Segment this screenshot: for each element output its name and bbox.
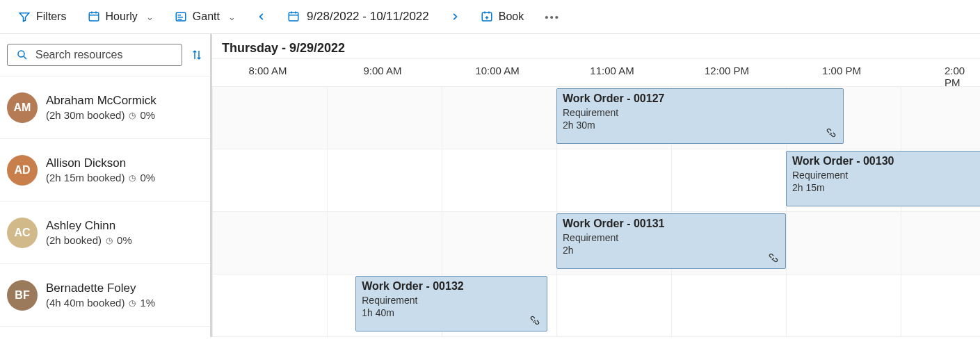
resource-row[interactable]: AMAbraham McCormick(2h 30m booked)◷0% <box>0 76 210 139</box>
time-slot-label: 10:00 AM <box>475 65 519 76</box>
clock-icon: ◷ <box>129 111 136 120</box>
svg-point-4 <box>18 51 24 57</box>
booking-duration: 2h 15m <box>792 181 980 194</box>
resource-sub: (2h 15m booked)◷0% <box>46 172 155 183</box>
booking-duration: 2h <box>563 244 780 256</box>
booking-requirement: Requirement <box>563 231 780 244</box>
time-slot-label: 1:00 PM <box>822 65 861 76</box>
search-input-container[interactable] <box>7 44 182 66</box>
clock-icon: ◷ <box>106 236 113 245</box>
booking[interactable]: Work Order - 00127Requirement2h 30m <box>556 88 844 144</box>
resource-name: Bernadette Foley <box>46 281 155 295</box>
filters-label: Filters <box>36 10 67 23</box>
clock-icon: ◷ <box>129 173 136 183</box>
time-slot-label: 9:00 AM <box>363 65 401 76</box>
gantt-dropdown[interactable]: Gantt ⌄ <box>168 6 243 27</box>
resource-name: Allison Dickson <box>46 156 155 170</box>
grid-row[interactable]: Work Order - 00127Requirement2h 30m <box>212 87 980 149</box>
booking-title: Work Order - 00127 <box>563 92 837 106</box>
resource-panel: AMAbraham McCormick(2h 30m booked)◷0%ADA… <box>0 34 212 337</box>
handshake-icon <box>825 126 837 139</box>
booking-title: Work Order - 00130 <box>792 154 980 169</box>
booking[interactable]: Work Order - 00131Requirement2h <box>556 213 786 269</box>
day-header: Thursday - 9/29/2022 <box>212 34 980 59</box>
svg-rect-0 <box>89 13 99 21</box>
handshake-icon <box>767 252 780 264</box>
more-menu[interactable]: ••• <box>538 8 567 26</box>
booking-duration: 2h 30m <box>563 119 837 131</box>
gantt-label: Gantt <box>193 10 220 23</box>
grid-row[interactable]: Work Order - 00132Requirement1h 40m <box>212 275 980 337</box>
grid-row[interactable]: Work Order - 00130Requirement2h 15m <box>212 149 980 212</box>
calendar-plus-icon <box>481 10 493 23</box>
next-date-button[interactable] <box>443 9 467 24</box>
gantt-icon <box>175 10 187 23</box>
resource-sub: (4h 40m booked)◷1% <box>46 297 155 309</box>
date-range-picker[interactable]: 9/28/2022 - 10/11/2022 <box>280 6 436 28</box>
booking-requirement: Requirement <box>792 169 980 181</box>
time-slot-label: 11:00 AM <box>590 65 634 76</box>
sort-button[interactable] <box>191 49 203 61</box>
prev-date-button[interactable] <box>250 9 273 24</box>
grid-row[interactable]: Work Order - 00131Requirement2h <box>212 212 980 275</box>
time-header: 8:00 AM9:00 AM10:00 AM11:00 AM12:00 PM1:… <box>212 59 980 87</box>
book-button[interactable]: Book <box>474 6 531 27</box>
toolbar: Filters Hourly ⌄ Gantt ⌄ 9/28/2022 - 10/… <box>0 0 980 34</box>
filters-button[interactable]: Filters <box>11 6 74 27</box>
hourly-dropdown[interactable]: Hourly ⌄ <box>81 6 161 27</box>
search-icon <box>16 49 29 61</box>
resource-row[interactable]: BFBernadette Foley(4h 40m booked)◷1% <box>0 264 210 327</box>
avatar: AC <box>7 218 38 248</box>
time-slot-label: 12:00 PM <box>705 65 749 76</box>
resource-name: Abraham McCormick <box>46 94 156 108</box>
filter-icon <box>18 10 31 23</box>
booking[interactable]: Work Order - 00132Requirement1h 40m <box>355 276 547 332</box>
clock-icon: ◷ <box>129 298 136 308</box>
handshake-icon <box>529 314 541 327</box>
booking-title: Work Order - 00131 <box>563 217 780 231</box>
avatar: AM <box>7 92 38 123</box>
booking[interactable]: Work Order - 00130Requirement2h 15m <box>786 151 980 206</box>
calendar-icon <box>287 10 300 23</box>
time-slot-label: 8:00 AM <box>248 65 287 76</box>
schedule-grid: Thursday - 9/29/2022 8:00 AM9:00 AM10:00… <box>212 34 980 337</box>
booking-requirement: Requirement <box>563 106 837 119</box>
booking-requirement: Requirement <box>362 294 541 306</box>
avatar: BF <box>7 280 38 311</box>
time-slot-label: 2:00 PM <box>945 65 968 88</box>
calendar-clock-icon <box>88 10 100 23</box>
chevron-down-icon: ⌄ <box>228 12 236 22</box>
resource-sub: (2h 30m booked)◷0% <box>46 109 156 121</box>
resource-sub: (2h booked)◷0% <box>46 234 132 246</box>
resource-name: Ashley Chinn <box>46 219 132 233</box>
booking-duration: 1h 40m <box>362 306 541 319</box>
resource-row[interactable]: ADAllison Dickson(2h 15m booked)◷0% <box>0 139 210 202</box>
date-range-label: 9/28/2022 - 10/11/2022 <box>307 10 429 24</box>
chevron-down-icon: ⌄ <box>146 12 154 22</box>
hourly-label: Hourly <box>106 10 138 23</box>
resource-row[interactable]: ACAshley Chinn(2h booked)◷0% <box>0 202 210 264</box>
avatar: AD <box>7 155 38 186</box>
svg-rect-2 <box>289 13 298 21</box>
booking-title: Work Order - 00132 <box>362 279 541 294</box>
book-label: Book <box>499 10 524 23</box>
search-input[interactable] <box>35 49 173 61</box>
